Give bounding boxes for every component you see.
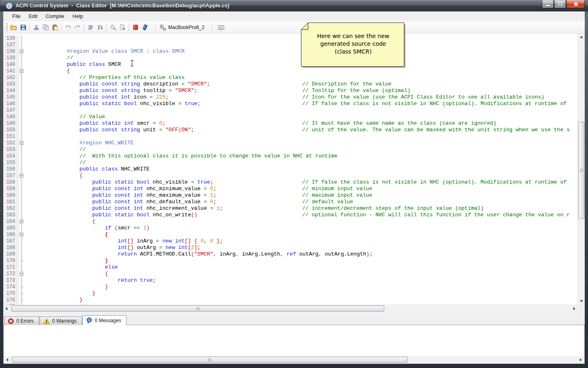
menu-compile[interactable]: Compile — [42, 12, 69, 20]
code-line[interactable]: 168int[] outArg = new int[2]; — [3, 245, 577, 251]
scroll-left-arrow-icon[interactable] — [5, 307, 7, 310]
format-lines-button[interactable] — [86, 23, 95, 32]
code-line[interactable]: 151 — [3, 133, 577, 140]
code-line[interactable]: 158public static bool nhc_visible = true… — [3, 179, 577, 186]
code-line[interactable]: 137 — [3, 42, 577, 48]
fold-margin — [18, 159, 24, 166]
undo-button[interactable] — [63, 23, 73, 32]
fold-margin — [18, 146, 24, 153]
code-line[interactable]: 148// Value — [3, 114, 577, 120]
copy-button[interactable] — [41, 23, 50, 32]
line-number: 155 — [3, 159, 18, 166]
code-line[interactable]: 139// — [3, 55, 577, 61]
code-line[interactable]: 159public const int nhc_minimum_value = … — [3, 186, 577, 192]
scroll-left-arrow-icon[interactable] — [6, 358, 8, 361]
code-line[interactable]: 165if (smcr == 1) — [3, 225, 577, 231]
tab-messages[interactable]: 0 Messages — [82, 315, 127, 325]
paste-button[interactable] — [50, 23, 60, 32]
editor-viewport[interactable]: 136137138#region Value class SMCR : clas… — [3, 34, 577, 305]
open-file-button[interactable] — [9, 23, 18, 32]
messages-list[interactable] — [3, 325, 585, 364]
note-line: (class SMCR) — [303, 48, 403, 56]
scroll-right-arrow-icon[interactable] — [573, 307, 575, 310]
code-line[interactable]: 152#region NHC_WRITE — [3, 140, 577, 146]
code-line[interactable]: 144public const string tooltip = "SMCR";… — [3, 88, 577, 94]
messages-horizontal-scrollbar[interactable] — [4, 356, 584, 363]
sort-lines-button[interactable] — [95, 23, 105, 32]
fold-margin — [18, 179, 24, 186]
code-line[interactable]: 161public const int nhc_default_value = … — [3, 199, 577, 205]
code-line[interactable]: 157{ — [3, 173, 577, 179]
code-line[interactable]: 166{ — [3, 231, 577, 238]
fold-toggle-icon[interactable] — [18, 218, 24, 225]
compile-button[interactable] — [131, 23, 140, 32]
code-line[interactable]: 154// With this optional class it is pos… — [3, 153, 577, 159]
code-line[interactable]: 145public const int icon = 225;// Icon f… — [3, 94, 577, 101]
maximize-button[interactable] — [554, 0, 566, 8]
code-line[interactable]: 143public const string description = "SM… — [3, 81, 577, 88]
fold-toggle-icon[interactable] — [18, 68, 24, 74]
fold-toggle-icon[interactable] — [18, 271, 24, 277]
code-line[interactable]: 153// — [3, 146, 577, 153]
code-line[interactable]: 140public class SMCR — [3, 61, 577, 68]
redo-button[interactable] — [73, 23, 82, 32]
code-line[interactable]: 150public const string unit = "OFF|ON";/… — [3, 127, 577, 133]
menu-edit[interactable]: Edit — [24, 12, 42, 20]
horizontal-scrollbar-thumb[interactable] — [11, 305, 384, 312]
scroll-up-arrow-icon[interactable] — [580, 36, 583, 38]
code-line[interactable]: 175} — [3, 290, 577, 297]
editor-vertical-scrollbar[interactable] — [577, 34, 585, 305]
menu-help[interactable]: Help — [69, 12, 87, 20]
code-line[interactable]: 141{ — [3, 68, 577, 74]
docs-button[interactable] — [140, 23, 149, 32]
minimize-button[interactable] — [542, 0, 554, 8]
app-icon[interactable] — [6, 2, 13, 9]
keyboard-button[interactable] — [216, 23, 226, 32]
toolbar-grip[interactable] — [6, 23, 8, 31]
horizontal-scrollbar-thumb[interactable] — [12, 357, 408, 363]
close-button[interactable] — [566, 0, 585, 8]
code-line[interactable]: 138#region Value class SMCR : class SMCR — [3, 48, 577, 55]
code-editor[interactable]: 136137138#region Value class SMCR : clas… — [3, 34, 585, 312]
code-line[interactable]: 176} — [3, 297, 577, 303]
vertical-scrollbar-thumb[interactable] — [578, 122, 584, 219]
fold-toggle-icon[interactable] — [18, 48, 24, 55]
code-line[interactable]: 163public static bool nhc_on_write()// o… — [3, 212, 577, 218]
code-line[interactable]: 149public static int smcr = 0;// It must… — [3, 120, 577, 127]
code-text: public const string description = "SMCR"… — [24, 81, 577, 88]
code-line[interactable]: 147 — [3, 107, 577, 114]
keyboard-icon — [218, 24, 225, 31]
title-bar[interactable]: ACPI Control System - Class Editor [M:\N… — [0, 0, 588, 11]
search-button[interactable] — [108, 23, 118, 32]
line-number: 167 — [3, 238, 18, 245]
fold-toggle-icon[interactable] — [18, 140, 24, 146]
fold-toggle-icon[interactable] — [18, 173, 24, 179]
code-line[interactable]: 171else — [3, 264, 577, 271]
line-number: 168 — [3, 245, 18, 251]
scroll-down-arrow-icon[interactable] — [580, 300, 583, 302]
code-line[interactable]: 164{ — [3, 218, 577, 225]
code-line[interactable]: 169return ACPI.METHOD.Call("SMCR", inArg… — [3, 251, 577, 258]
code-line[interactable]: 155// — [3, 159, 577, 166]
menu-file[interactable]: File — [8, 12, 24, 20]
code-line[interactable]: 142// Properties of this value class — [3, 74, 577, 81]
code-line[interactable]: 174} — [3, 284, 577, 290]
tab-warnings[interactable]: 0 Warnings — [40, 316, 82, 325]
cut-button[interactable] — [31, 23, 41, 32]
fold-toggle-icon[interactable] — [18, 231, 24, 238]
code-line[interactable]: 167int[] inArg = new int[] { 0, 0 }; — [3, 238, 577, 245]
code-line[interactable]: 170} — [3, 258, 577, 264]
code-line[interactable]: 172{ — [3, 271, 577, 277]
tab-errors[interactable]: 0 Errors — [4, 316, 39, 325]
code-line[interactable]: 156public class NHC_WRITE — [3, 166, 577, 173]
code-line[interactable]: 162public const int nhc_increment_value … — [3, 205, 577, 212]
editor-horizontal-scrollbar[interactable] — [3, 305, 577, 312]
code-line[interactable]: 146public static bool nhc_visible = true… — [3, 101, 577, 107]
save-button[interactable] — [18, 23, 28, 32]
code-line[interactable]: 136 — [3, 35, 577, 42]
code-line[interactable]: 173return true; — [3, 277, 577, 284]
scroll-right-arrow-icon[interactable] — [580, 358, 582, 361]
goto-line-button[interactable] — [118, 23, 127, 32]
device-selector[interactable]: MacBookPro6_2 — [157, 24, 207, 31]
code-line[interactable]: 160public const int nhc_maximum_value = … — [3, 192, 577, 199]
